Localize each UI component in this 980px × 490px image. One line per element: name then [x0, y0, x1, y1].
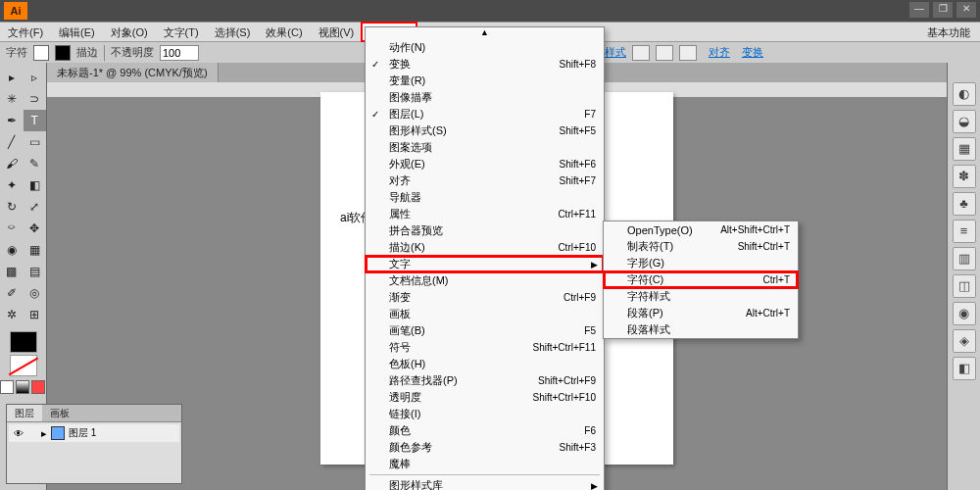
- pencil-tool[interactable]: ✎: [24, 153, 47, 174]
- layers-tab[interactable]: 图层: [7, 405, 42, 421]
- swatches-panel-icon[interactable]: ▦: [953, 137, 976, 161]
- free-transform-tool[interactable]: ✥: [24, 218, 47, 239]
- menu-item[interactable]: 路径查找器(P)Shift+Ctrl+F9: [366, 372, 604, 389]
- submenu-item[interactable]: 字符样式: [604, 288, 798, 305]
- menu-file[interactable]: 文件(F): [0, 23, 51, 41]
- gradient-tool[interactable]: ▤: [24, 261, 47, 282]
- color-mode-3[interactable]: [31, 380, 45, 394]
- blob-brush-tool[interactable]: ✦: [0, 174, 24, 196]
- menu-item[interactable]: 图形样式(S)Shift+F5: [366, 122, 604, 139]
- scale-tool[interactable]: ⤢: [24, 196, 47, 218]
- graphic-styles-panel-icon[interactable]: ◈: [953, 329, 976, 353]
- pen-tool[interactable]: ✒: [0, 110, 24, 131]
- menu-item[interactable]: 变量(R): [366, 73, 604, 89]
- stroke-panel-icon[interactable]: ≡: [953, 220, 976, 243]
- shape-builder-tool[interactable]: ◉: [0, 239, 24, 261]
- type-tool[interactable]: T: [24, 110, 47, 131]
- align-link[interactable]: 对齐: [709, 45, 730, 60]
- color-mode-1[interactable]: [0, 380, 14, 394]
- submenu-item[interactable]: 段落样式: [604, 321, 798, 338]
- menu-item[interactable]: 颜色参考Shift+F3: [366, 439, 604, 456]
- transform-link[interactable]: 变换: [742, 45, 763, 60]
- char-panel-label[interactable]: 字符: [6, 45, 27, 60]
- menu-item[interactable]: 属性Ctrl+F11: [366, 206, 604, 222]
- minimize-button[interactable]: —: [909, 2, 929, 18]
- menu-item[interactable]: 对齐Shift+F7: [366, 172, 604, 189]
- submenu-item[interactable]: 段落(P)Alt+Ctrl+T: [604, 305, 798, 321]
- menu-item[interactable]: 描边(K)Ctrl+F10: [366, 239, 604, 256]
- menu-item[interactable]: 外观(E)Shift+F6: [366, 156, 604, 172]
- menu-scroll-up[interactable]: ▲: [366, 27, 604, 39]
- menu-item[interactable]: 图像描摹: [366, 89, 604, 106]
- menu-item[interactable]: 透明度Shift+Ctrl+F10: [366, 389, 604, 406]
- para-align-right[interactable]: [679, 45, 697, 61]
- color-mode-2[interactable]: [16, 380, 29, 394]
- restore-button[interactable]: ❐: [933, 2, 953, 18]
- menu-object[interactable]: 对象(O): [103, 23, 156, 41]
- menu-item[interactable]: 图案选项: [366, 139, 604, 156]
- menu-item[interactable]: 链接(I): [366, 406, 604, 422]
- transparency-panel-icon[interactable]: ◫: [953, 274, 976, 298]
- menu-item[interactable]: ✓变换Shift+F8: [366, 56, 604, 73]
- magic-wand-tool[interactable]: ✳: [0, 88, 24, 110]
- artboards-tab[interactable]: 画板: [42, 405, 77, 421]
- blend-tool[interactable]: ◎: [24, 282, 47, 304]
- gradient-panel-icon[interactable]: ▥: [953, 247, 976, 270]
- line-tool[interactable]: ╱: [0, 131, 24, 153]
- menu-item[interactable]: ✓图层(L)F7: [366, 106, 604, 122]
- para-align-center[interactable]: [656, 45, 673, 61]
- eraser-tool[interactable]: ◧: [24, 174, 47, 196]
- graph-tool[interactable]: ⊞: [24, 304, 47, 325]
- submenu-item[interactable]: OpenType(O)Alt+Shift+Ctrl+T: [604, 221, 798, 238]
- visibility-icon[interactable]: 👁: [12, 428, 25, 439]
- fill-color-box[interactable]: [10, 331, 37, 353]
- submenu-item[interactable]: 字形(G): [604, 255, 798, 271]
- menu-item[interactable]: 导航器: [366, 189, 604, 206]
- symbol-sprayer-tool[interactable]: ✲: [0, 304, 24, 325]
- rectangle-tool[interactable]: ▭: [24, 131, 47, 153]
- close-button[interactable]: ✕: [956, 2, 976, 18]
- menu-item[interactable]: 图形样式库▶: [366, 477, 604, 490]
- brushes-panel-icon[interactable]: ✽: [953, 165, 976, 188]
- opacity-input[interactable]: [160, 45, 199, 61]
- direct-selection-tool[interactable]: ▹: [24, 67, 47, 88]
- symbols-panel-icon[interactable]: ♣: [953, 192, 976, 216]
- selection-tool[interactable]: ▸: [0, 67, 24, 88]
- menu-item[interactable]: 文字▶: [366, 256, 604, 272]
- menu-effect[interactable]: 效果(C): [258, 23, 310, 41]
- menu-item[interactable]: 颜色F6: [366, 422, 604, 439]
- workspace-switcher[interactable]: 基本功能: [917, 23, 980, 41]
- submenu-item[interactable]: 制表符(T)Shift+Ctrl+T: [604, 238, 798, 255]
- layers-panel-icon[interactable]: ◧: [953, 357, 976, 380]
- document-tab[interactable]: 未标题-1* @ 99% (CMYK/预览): [47, 63, 219, 82]
- menu-view[interactable]: 视图(V): [311, 23, 363, 41]
- mesh-tool[interactable]: ▩: [0, 261, 24, 282]
- color-panel-icon[interactable]: ◐: [953, 82, 976, 106]
- layer-row[interactable]: 👁 ▸ 图层 1: [9, 424, 179, 442]
- paintbrush-tool[interactable]: 🖌: [0, 153, 24, 174]
- menu-item[interactable]: 画板: [366, 306, 604, 322]
- menu-edit[interactable]: 编辑(E): [51, 23, 103, 41]
- stroke-color-box[interactable]: [10, 355, 37, 376]
- stroke-label[interactable]: 描边: [76, 45, 98, 60]
- menu-item[interactable]: 色板(H): [366, 356, 604, 372]
- appearance-panel-icon[interactable]: ◉: [953, 302, 976, 325]
- menu-item[interactable]: 魔棒: [366, 456, 604, 472]
- menu-item[interactable]: 画笔(B)F5: [366, 322, 604, 339]
- fill-swatch[interactable]: [33, 45, 49, 61]
- submenu-item[interactable]: 字符(C)Ctrl+T: [604, 271, 798, 288]
- stroke-swatch[interactable]: [55, 45, 71, 61]
- menu-item[interactable]: 拼合器预览: [366, 222, 604, 239]
- menu-item[interactable]: 渐变Ctrl+F9: [366, 289, 604, 306]
- perspective-tool[interactable]: ▦: [24, 239, 47, 261]
- menu-select[interactable]: 选择(S): [207, 23, 259, 41]
- color-guide-panel-icon[interactable]: ◒: [953, 110, 976, 133]
- menu-type[interactable]: 文字(T): [156, 23, 207, 41]
- eyedropper-tool[interactable]: ✐: [0, 282, 24, 304]
- expand-icon[interactable]: ▸: [41, 427, 47, 440]
- para-align-left[interactable]: [632, 45, 650, 61]
- rotate-tool[interactable]: ↻: [0, 196, 24, 218]
- lasso-tool[interactable]: ⊃: [24, 88, 47, 110]
- width-tool[interactable]: ⌔: [0, 218, 24, 239]
- layer-name[interactable]: 图层 1: [69, 426, 176, 440]
